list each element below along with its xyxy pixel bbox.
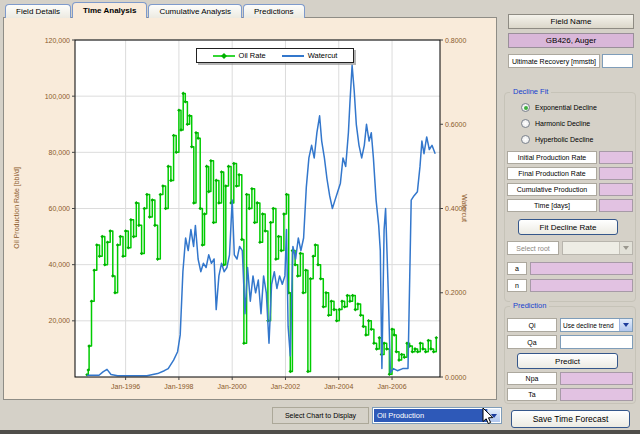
field-name-value[interactable]: GB426, Auger [508, 33, 634, 48]
n-field[interactable] [530, 279, 633, 292]
predict-button[interactable]: Predict [517, 353, 618, 369]
initial-production-rate-label: Initial Production Rate [507, 151, 597, 164]
npa-field[interactable] [560, 372, 633, 385]
tab-cumulative-analysis[interactable]: Cumulative Analysis [148, 4, 242, 18]
field-name-header: Field Name [508, 14, 634, 29]
tab-bar: Field Details Time Analysis Cumulative A… [5, 2, 306, 18]
y-axis-title-right: Watercut [461, 194, 468, 222]
radio-harmonic-icon[interactable] [521, 119, 530, 128]
cumulative-production-label: Cumulative Production [507, 183, 597, 196]
chart-legend: Oil Rate Watercut [196, 48, 354, 63]
radio-exponential-label: Exponential Decline [535, 104, 597, 111]
n-label: n [507, 279, 527, 292]
select-root-label: Select root [507, 241, 559, 255]
qi-value: Use decline trend [561, 322, 619, 329]
tab-time-analysis[interactable]: Time Analysis [72, 2, 147, 18]
legend-watercut-swatch [282, 52, 304, 60]
qi-label: Qi [507, 318, 557, 332]
radio-exponential-icon[interactable] [521, 103, 530, 112]
fit-decline-rate-button[interactable]: Fit Decline Rate [518, 219, 618, 235]
legend-oil-label: Oil Rate [239, 51, 266, 60]
ultimate-recovery-input[interactable] [602, 54, 633, 68]
tab-field-details[interactable]: Field Details [5, 4, 71, 18]
radio-harmonic-decline[interactable]: Harmonic Decline [521, 119, 590, 128]
mouse-cursor-icon [482, 408, 496, 426]
cumulative-production-field[interactable] [599, 183, 633, 196]
final-production-rate-field[interactable] [599, 167, 633, 180]
radio-exponential-decline[interactable]: Exponential Decline [521, 103, 597, 112]
a-label: a [507, 262, 527, 275]
legend-oil-swatch [213, 52, 235, 60]
app-window: { "tabs": { "items": [ { "label": "Field… [0, 0, 640, 434]
window-bottom-edge [0, 430, 640, 434]
legend-watercut-label: Watercut [308, 51, 338, 60]
radio-harmonic-label: Harmonic Decline [535, 120, 590, 127]
npa-label: Npa [507, 372, 557, 385]
ta-field[interactable] [560, 388, 633, 401]
ta-label: Ta [507, 388, 557, 401]
tab-predictions[interactable]: Predictions [243, 4, 305, 18]
chart-select-value[interactable]: Oil Production [374, 409, 487, 422]
ultimate-recovery-label: Ultimate Recovery [mmstb] [508, 54, 600, 68]
a-field[interactable] [530, 262, 633, 275]
sidebar: Field Name GB426, Auger Ultimate Recover… [500, 0, 640, 434]
qa-field[interactable] [560, 335, 633, 349]
radio-hyperbolic-decline[interactable]: Hyperbolic Decline [521, 135, 593, 144]
prediction-title: Prediction [510, 301, 549, 310]
time-days-label: Time [days] [507, 199, 597, 212]
qa-label: Qa [507, 335, 557, 349]
save-time-forecast-button[interactable]: Save Time Forecast [511, 410, 630, 428]
y-axis-title-left: Oil Production Rate [bbl/d] [13, 167, 20, 249]
select-root-chevron-icon[interactable] [619, 242, 632, 254]
select-root-dropdown[interactable] [562, 241, 633, 255]
chart-panel [3, 17, 497, 400]
legend-item-oil-rate: Oil Rate [213, 51, 266, 60]
time-days-field[interactable] [599, 199, 633, 212]
qi-chevron-icon[interactable] [619, 319, 632, 331]
select-chart-label: Select Chart to Display [272, 407, 369, 424]
final-production-rate-label: Final Production Rate [507, 167, 597, 180]
qi-dropdown[interactable]: Use decline trend [560, 318, 633, 332]
initial-production-rate-field[interactable] [599, 151, 633, 164]
radio-hyperbolic-icon[interactable] [521, 135, 530, 144]
decline-fit-title: Decline Fit [510, 87, 551, 96]
legend-item-watercut: Watercut [282, 51, 338, 60]
radio-hyperbolic-label: Hyperbolic Decline [535, 136, 593, 143]
